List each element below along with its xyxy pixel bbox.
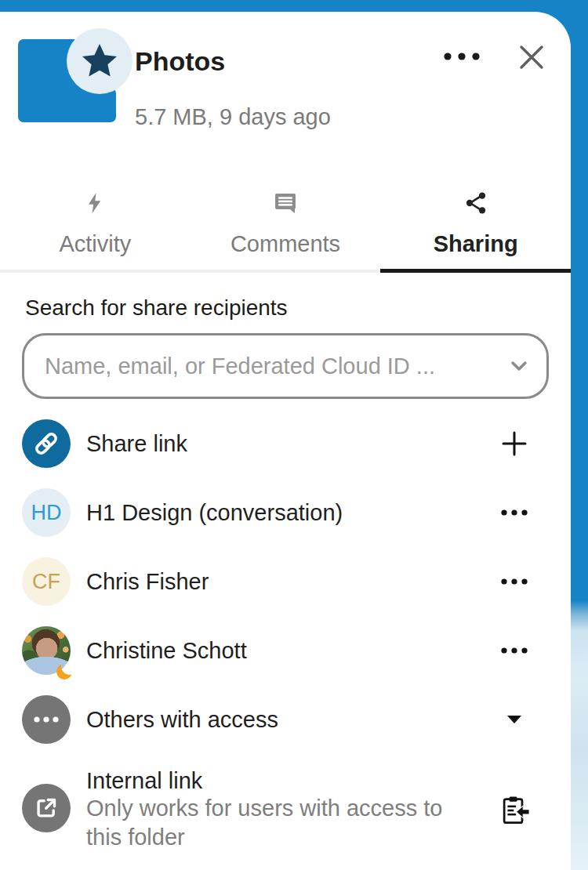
plus-icon [501, 430, 528, 457]
file-meta: 5.7 MB, 9 days ago [135, 104, 331, 130]
avatar-initials: CF [22, 557, 71, 606]
search-recipients-input[interactable] [22, 333, 549, 399]
nextcloud-sidebar: { "colors": { "accent_blue": "#1583c5", … [0, 0, 588, 870]
share-actions-menu-button[interactable] [498, 578, 531, 585]
others-with-access-row[interactable]: Others with access [22, 685, 531, 754]
close-icon [517, 43, 546, 71]
dots-horizontal-icon [500, 578, 528, 585]
share-recipient-label: H1 Design (conversation) [86, 500, 343, 526]
header-actions-menu-button[interactable] [439, 43, 485, 70]
star-icon [78, 40, 121, 82]
others-with-access-label: Others with access [86, 707, 278, 733]
share-row-christine-schott[interactable]: Christine Schott [22, 616, 531, 685]
tab-activity-label: Activity [59, 231, 131, 257]
search-recipients-field [22, 333, 549, 399]
lightning-icon [83, 190, 107, 216]
avatar-initials: HD [22, 488, 71, 537]
tab-comments[interactable]: Comments [191, 171, 381, 270]
share-list: Share link HD H1 Design (conversation) C… [0, 409, 571, 852]
share-row-chris-fisher[interactable]: CF Chris Fisher [22, 547, 531, 616]
internal-link-row[interactable]: Internal link Only works for users with … [22, 768, 531, 852]
share-actions-menu-button[interactable] [498, 509, 531, 517]
dots-horizontal-icon [441, 51, 482, 62]
tab-activity[interactable]: Activity [0, 171, 191, 270]
tab-sharing-label: Sharing [434, 231, 518, 257]
share-recipient-label: Christine Schott [86, 638, 247, 664]
add-share-link-button[interactable] [498, 430, 531, 457]
close-button[interactable] [516, 42, 547, 73]
file-title: Photos [135, 46, 225, 77]
triangle-down-icon [507, 716, 521, 723]
share-actions-menu-button[interactable] [498, 647, 531, 654]
clipboard-arrow-icon [499, 795, 529, 826]
search-recipients-label: Search for share recipients [25, 295, 288, 321]
chevron-down-icon[interactable] [506, 353, 532, 379]
expand-others-button[interactable] [498, 716, 531, 723]
favorite-star-badge [67, 28, 132, 94]
comment-icon [273, 190, 298, 216]
sidebar-tabs: Activity Comments S [0, 171, 571, 273]
open-in-new-icon [22, 784, 71, 832]
internal-link-subtitle: Only works for users with access to this… [86, 794, 470, 852]
dots-horizontal-icon [500, 647, 528, 654]
share-link-row[interactable]: Share link [22, 409, 531, 478]
internal-link-title: Internal link [86, 768, 470, 794]
dots-circle-icon [22, 695, 71, 744]
link-icon [22, 419, 71, 468]
dots-horizontal-icon [500, 509, 528, 517]
away-status-moon-icon [55, 661, 75, 681]
details-sidebar-panel: Photos 5.7 MB, 9 days ago Activity [0, 12, 571, 870]
tab-sharing[interactable]: Sharing [380, 171, 571, 270]
copy-internal-link-button[interactable] [498, 795, 531, 826]
share-row-h1-design[interactable]: HD H1 Design (conversation) [22, 478, 531, 547]
share-icon [463, 190, 488, 216]
share-recipient-label: Chris Fisher [86, 569, 209, 595]
share-link-label: Share link [86, 431, 187, 457]
tab-comments-label: Comments [230, 231, 340, 257]
